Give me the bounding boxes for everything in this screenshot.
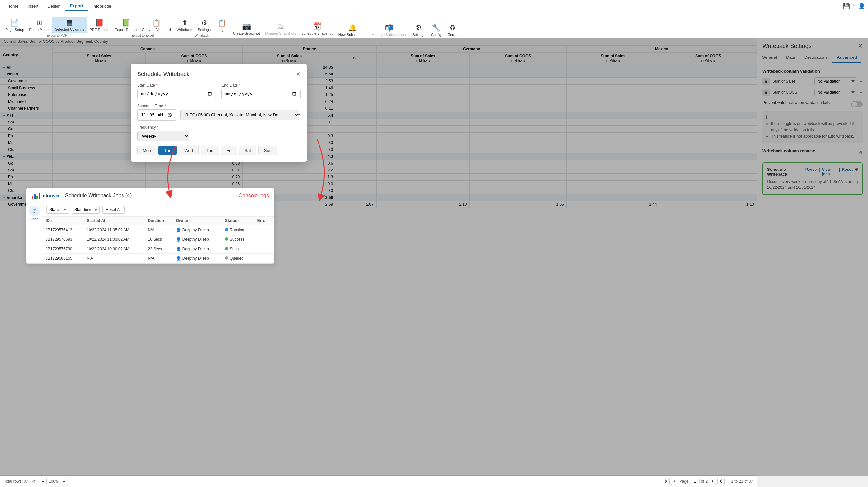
- reuse-button[interactable]: ♻ Reu...: [444, 22, 461, 38]
- job-owner: 👤Deepthy Dileep: [173, 254, 222, 263]
- status-filter[interactable]: Status: [46, 206, 69, 214]
- status-col-header: Status ↕: [222, 217, 254, 225]
- total-pages: 2: [706, 479, 708, 484]
- user-icon[interactable]: 👤: [858, 3, 865, 10]
- export-report-button[interactable]: 📗 Export Report: [112, 17, 140, 33]
- page-range: 1 to 21 of 37: [731, 479, 753, 484]
- page-label: Page: [680, 479, 689, 484]
- new-subscription-icon: 🔔: [348, 24, 357, 32]
- day-sun-button[interactable]: Sun: [258, 146, 277, 155]
- jobs-body: ⏱ Jobs Status Start time Reset All: [27, 203, 274, 263]
- writeback-button[interactable]: ⬆ Writeback: [174, 17, 195, 33]
- job-id[interactable]: JB1729576413: [42, 225, 83, 235]
- total-rows-label: Total rows: 37: [4, 479, 28, 484]
- schedule-time-label: Schedule Time *: [137, 103, 301, 108]
- selected-columns-button[interactable]: ▦ Selected Columns: [52, 17, 87, 33]
- day-thu-button[interactable]: Thu: [200, 146, 219, 155]
- job-id[interactable]: JB1729585155: [42, 254, 83, 263]
- settings-button[interactable]: ⚙ Settings: [195, 17, 213, 33]
- copy-to-clipboard-button[interactable]: 📋 Copy to Clipboard: [139, 17, 173, 33]
- job-owner: 👤Deepthy Dileep: [173, 235, 222, 244]
- status-dot: [225, 247, 228, 250]
- settings2-button[interactable]: ⚙ Settings: [410, 22, 428, 38]
- logs-button[interactable]: 📋 Logs: [213, 17, 230, 33]
- inforiver-logo: inforiver: [32, 192, 60, 199]
- job-status: Success: [222, 244, 254, 254]
- job-id[interactable]: JB1729575790: [42, 244, 83, 254]
- entire-matrix-button[interactable]: ⊞ Entire Matrix: [27, 17, 52, 33]
- gear-settings-icon[interactable]: ⚙: [32, 479, 36, 484]
- jobs-panel: inforiver Schedule Writeback Jobs (4) Co…: [26, 188, 274, 264]
- day-mon-button[interactable]: Mon: [137, 146, 156, 155]
- schedule-time-required: *: [164, 103, 166, 108]
- job-row: JB1729585155 N/A N/A 👤Deepthy Dileep Que…: [42, 254, 274, 263]
- page-setup-icon: 📄: [10, 19, 19, 27]
- config-icon: 🔧: [432, 24, 440, 32]
- job-error: [254, 225, 274, 235]
- start-date-input[interactable]: [137, 89, 216, 99]
- schedule-writeback-modal: Schedule Writeback ✕ Start Date * End Da…: [131, 64, 307, 162]
- page-input[interactable]: [690, 479, 700, 484]
- time-input[interactable]: [137, 109, 177, 121]
- day-sat-button[interactable]: Sat: [239, 146, 256, 155]
- export-excel-group: 📗 Export Report 📋 Copy to Clipboard Expo…: [112, 17, 174, 38]
- tab-export[interactable]: Export: [65, 1, 88, 11]
- tab-infobridge[interactable]: Infobridge: [88, 2, 116, 10]
- zoom-out-button[interactable]: −: [39, 478, 47, 485]
- modal-header: Schedule Writeback ✕: [137, 70, 301, 78]
- job-id[interactable]: JB1729576593: [42, 235, 83, 244]
- modal-close-button[interactable]: ✕: [296, 70, 301, 78]
- selected-columns-icon: ▦: [66, 18, 73, 27]
- zoom-level: 100%: [49, 479, 59, 484]
- status-dot: [225, 228, 228, 231]
- writeback-icon: ⬆: [182, 19, 188, 27]
- timezone-select[interactable]: (UTC+05:30) Chennai, Kolkata, Mumbai, Ne…: [180, 110, 299, 120]
- last-page-button[interactable]: ⟩⟩: [717, 478, 724, 485]
- page-setup-button[interactable]: 📄 Page Setup: [3, 17, 27, 33]
- job-owner: 👤Deepthy Dileep: [173, 225, 222, 235]
- schedule-snapshot-button[interactable]: 📅 Schedule Snapshot: [299, 21, 335, 37]
- tab-design[interactable]: Design: [43, 2, 65, 10]
- save-icon[interactable]: 💾: [843, 3, 850, 10]
- ribbon: Home Insert Design Export Infobridge 💾 ↑…: [0, 0, 868, 38]
- day-tue-button[interactable]: Tue: [158, 146, 177, 155]
- share-icon[interactable]: ↑: [852, 3, 856, 9]
- snapshot-group: 📷 Create Snapshot 🗂 Manage Snapshots 📅 S…: [230, 21, 335, 38]
- zoom-in-button[interactable]: +: [61, 478, 68, 485]
- owner-avatar-icon: 👤: [176, 247, 181, 251]
- tab-home[interactable]: Home: [3, 2, 23, 10]
- new-subscription-button[interactable]: 🔔 New Subscription: [336, 22, 369, 38]
- reset-all-button[interactable]: Reset All: [102, 206, 125, 214]
- manage-subscriptions-button[interactable]: 📬 Manage Subscriptions: [369, 22, 410, 38]
- writeback-label: Writeback: [174, 33, 230, 38]
- zoom-controls: − 100% +: [39, 478, 68, 485]
- ribbon-tabs: Home Insert Design Export Infobridge 💾 ↑…: [0, 0, 868, 11]
- date-row: Start Date * End Date *: [137, 83, 301, 99]
- pdf-report-button[interactable]: 📕 PDF Report: [87, 17, 112, 33]
- clipboard-icon: 📋: [152, 19, 161, 27]
- first-page-button[interactable]: ⟨⟨: [662, 478, 670, 485]
- job-duration: 16 Secs: [145, 235, 173, 244]
- job-error: [254, 235, 274, 244]
- next-page-button[interactable]: ⟩: [709, 478, 716, 485]
- create-snapshot-button[interactable]: 📷 Create Snapshot: [230, 21, 262, 37]
- frequency-select[interactable]: Weekly Daily Monthly: [137, 131, 189, 141]
- jobs-tab-icon[interactable]: ⏱: [29, 206, 39, 216]
- day-wed-button[interactable]: Wed: [179, 146, 198, 155]
- jobs-tab-label[interactable]: Jobs: [30, 217, 38, 221]
- manage-snapshots-button[interactable]: 🗂 Manage Snapshots: [262, 21, 299, 37]
- export-pdf-label: Export to PDF: [3, 33, 112, 38]
- end-date-label: End Date *: [221, 83, 301, 88]
- day-fri-button[interactable]: Fri: [221, 146, 237, 155]
- prev-page-button[interactable]: ⟨: [671, 478, 678, 485]
- end-date-input[interactable]: [221, 89, 301, 99]
- job-started-at: 10/22/2024 10:30:02 AM: [83, 244, 145, 254]
- tab-insert[interactable]: Insert: [23, 2, 43, 10]
- job-row: JB1729576413 10/22/2024 11:05:02 AM N/A …: [42, 225, 274, 235]
- jobs-panel-header: inforiver Schedule Writeback Jobs (4) Co…: [27, 189, 274, 203]
- export-excel-label: Export to Excel: [112, 33, 174, 38]
- bottom-bar: Total rows: 37 ⚙ − 100% + ⟨⟨ ⟨ Page of 2…: [0, 475, 757, 487]
- entire-matrix-icon: ⊞: [36, 19, 42, 27]
- config-button[interactable]: 🔧 Config: [428, 22, 444, 38]
- start-time-filter[interactable]: Start time: [71, 206, 100, 214]
